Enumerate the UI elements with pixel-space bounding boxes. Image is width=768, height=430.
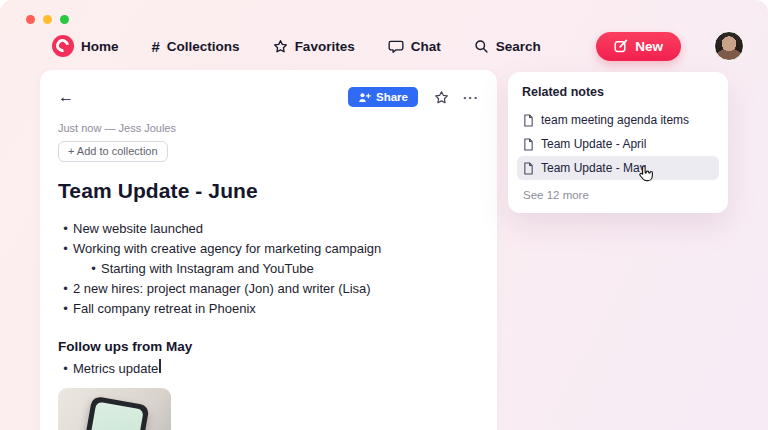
app-window: Home # Collections Favorites Chat Search <box>0 0 768 430</box>
bullet-text: Starting with Instagram and YouTube <box>101 259 314 279</box>
related-note-label: Team Update - April <box>541 137 646 151</box>
related-note-label: Team Update - May <box>541 161 646 175</box>
bullet-item[interactable]: • New website launched <box>58 219 479 239</box>
app-logo-icon <box>52 35 74 57</box>
note-meta: Just now — Jess Joules <box>58 122 479 134</box>
bullet-text: 2 new hires: project manager (Jon) and w… <box>73 279 371 299</box>
bullet-marker: • <box>86 259 101 279</box>
bullet-marker: • <box>58 219 73 239</box>
document-icon <box>523 162 534 175</box>
hash-icon: # <box>152 39 160 54</box>
related-note-label: team meeting agenda items <box>541 113 689 127</box>
bullet-item[interactable]: • Metrics update <box>58 359 479 379</box>
search-icon <box>474 39 489 54</box>
bullet-text: Fall company retreat in Phoenix <box>73 299 256 319</box>
nav-chat-label: Chat <box>411 39 441 54</box>
chat-icon <box>388 39 404 54</box>
new-note-button[interactable]: New <box>596 32 681 61</box>
note-section-heading[interactable]: Follow ups from May <box>58 339 479 354</box>
bullet-marker: • <box>58 279 73 299</box>
nav-favorites[interactable]: Favorites <box>273 39 355 54</box>
bullet-item-nested[interactable]: • Starting with Instagram and YouTube <box>86 259 479 279</box>
close-window-button[interactable] <box>26 15 35 24</box>
bullet-text: Working with creative agency for marketi… <box>73 239 381 259</box>
related-note-item[interactable]: team meeting agenda items <box>517 108 719 132</box>
bullet-text: New website launched <box>73 219 203 239</box>
note-title[interactable]: Team Update - June <box>58 179 479 203</box>
zoom-window-button[interactable] <box>60 15 69 24</box>
bullet-marker: • <box>58 359 73 379</box>
photo-phone-screen <box>80 402 144 430</box>
note-editor: ← Share ··· Just now — Jess Joules + Add… <box>40 70 497 430</box>
bullet-marker: • <box>58 299 73 319</box>
nav-collections-label: Collections <box>167 39 240 54</box>
bullet-marker: • <box>58 239 73 259</box>
user-avatar[interactable] <box>714 31 744 61</box>
see-more-link[interactable]: See 12 more <box>517 180 719 201</box>
favorite-note-button[interactable] <box>434 90 449 105</box>
nav-home-label: Home <box>81 39 119 54</box>
window-controls <box>26 15 69 24</box>
related-note-item-hovered[interactable]: Team Update - May <box>517 156 719 180</box>
bullet-item[interactable]: • 2 new hires: project manager (Jon) and… <box>58 279 479 299</box>
new-note-label: New <box>635 39 663 54</box>
nav-search[interactable]: Search <box>474 39 541 54</box>
note-image[interactable] <box>58 388 171 430</box>
bullet-item[interactable]: • Working with creative agency for marke… <box>58 239 479 259</box>
bullet-item[interactable]: • Fall company retreat in Phoenix <box>58 299 479 319</box>
minimize-window-button[interactable] <box>43 15 52 24</box>
more-options-button[interactable]: ··· <box>463 90 479 105</box>
bullet-text: Metrics update <box>73 359 158 379</box>
star-icon <box>273 39 288 54</box>
related-notes-title: Related notes <box>517 82 719 108</box>
text-caret <box>159 359 161 373</box>
related-notes-panel: Related notes team meeting agenda items … <box>508 72 728 213</box>
share-button[interactable]: Share <box>348 87 418 107</box>
share-label: Share <box>376 91 408 103</box>
share-person-icon <box>358 92 371 103</box>
note-toolbar: ← Share ··· <box>58 85 479 109</box>
compose-icon <box>614 39 628 53</box>
document-icon <box>523 114 534 127</box>
bullet-list: • New website launched • Working with cr… <box>58 219 479 319</box>
top-nav: Home # Collections Favorites Chat Search <box>0 28 768 64</box>
nav-chat[interactable]: Chat <box>388 39 441 54</box>
nav-favorites-label: Favorites <box>295 39 355 54</box>
nav-home[interactable]: Home <box>52 35 119 57</box>
related-note-item[interactable]: Team Update - April <box>517 132 719 156</box>
nav-collections[interactable]: # Collections <box>152 39 240 54</box>
nav-search-label: Search <box>496 39 541 54</box>
add-to-collection-button[interactable]: + Add to collection <box>58 141 168 162</box>
back-button[interactable]: ← <box>58 89 74 105</box>
photo-phone-shape <box>74 396 149 430</box>
document-icon <box>523 138 534 151</box>
